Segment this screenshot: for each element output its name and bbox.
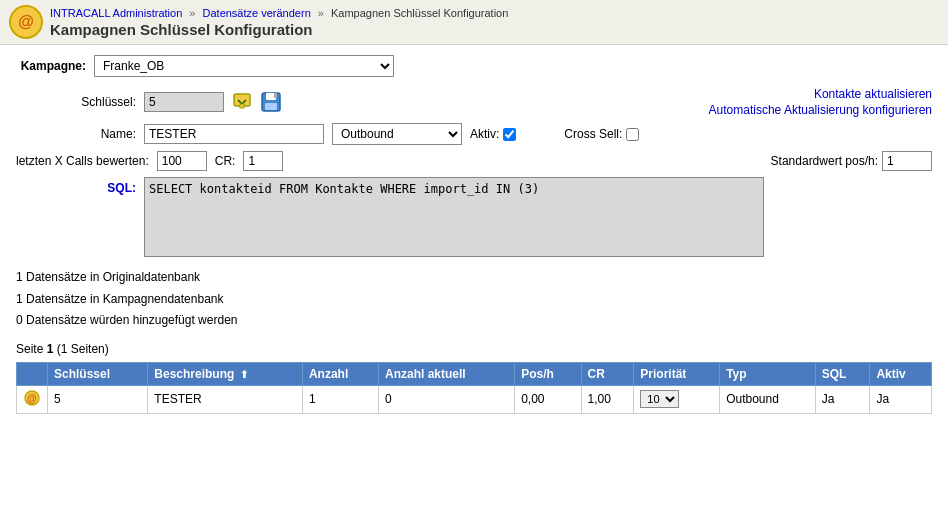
col-cr: CR <box>581 362 634 385</box>
calls-row: letzten X Calls bewerten: CR: Standardwe… <box>16 151 932 171</box>
sql-label: SQL: <box>16 177 136 195</box>
cross-sell-area: Cross Sell: <box>564 127 639 141</box>
stats-line3: 0 Datensätze würden hinzugefügt werden <box>16 310 932 332</box>
prioritaet-select[interactable]: 10 <box>640 390 679 408</box>
pagination-line: Seite 1 (1 Seiten) <box>16 342 932 356</box>
logo-icon: @ <box>8 4 44 40</box>
col-anzahl-aktuell: Anzahl aktuell <box>378 362 514 385</box>
name-input[interactable] <box>144 124 324 144</box>
cell-aktiv: Ja <box>870 385 932 413</box>
aktiv-label: Aktiv: <box>470 127 499 141</box>
standard-input[interactable] <box>882 151 932 171</box>
table-header-row: Schlüssel Beschreibung ⬆ Anzahl Anzahl a… <box>17 362 932 385</box>
cr-label: CR: <box>215 154 236 168</box>
svg-text:@: @ <box>27 393 37 404</box>
stats-line2: 1 Datensätze in Kampagnendatenbank <box>16 289 932 311</box>
schluessel-input[interactable] <box>144 92 224 112</box>
data-table: Schlüssel Beschreibung ⬆ Anzahl Anzahl a… <box>16 362 932 414</box>
main-content: Kampagne: Franke_OB Schlüssel: Ko <box>0 45 948 424</box>
col-schluessel: Schlüssel <box>48 362 148 385</box>
name-row: Name: Outbound Aktiv: Cross Sell: <box>16 123 932 145</box>
sql-textarea[interactable]: SELECT kontakteid FROM Kontakte WHERE im… <box>144 177 764 257</box>
letzten-input[interactable] <box>157 151 207 171</box>
schluessel-row: Schlüssel: Kontakte aktualisieren Automa… <box>16 87 932 117</box>
cell-pos-h: 0,00 <box>515 385 581 413</box>
breadcrumb-area: INTRACALL Administration » Datensätze ve… <box>50 7 508 38</box>
col-pos-h: Pos/h <box>515 362 581 385</box>
svg-rect-6 <box>265 103 277 110</box>
type-select[interactable]: Outbound <box>332 123 462 145</box>
cell-sql: Ja <box>815 385 870 413</box>
stats-line1: 1 Datensätze in Originaldatenbank <box>16 267 932 289</box>
cell-schluessel: 5 <box>48 385 148 413</box>
aktiv-checkbox[interactable] <box>503 128 516 141</box>
top-bar: @ INTRACALL Administration » Datensätze … <box>0 0 948 45</box>
stats-area: 1 Datensätze in Originaldatenbank 1 Date… <box>16 267 932 332</box>
standard-wert-area: Standardwert pos/h: <box>771 151 932 171</box>
save-icon[interactable] <box>260 91 282 113</box>
breadcrumb-link-datensaetze[interactable]: Datensätze verändern <box>203 7 311 19</box>
cell-prioritaet[interactable]: 10 <box>634 385 720 413</box>
name-label: Name: <box>16 127 136 141</box>
links-block: Kontakte aktualisieren Automatische Aktu… <box>709 87 932 117</box>
col-aktiv: Aktiv <box>870 362 932 385</box>
breadcrumb-link-admin[interactable]: INTRACALL Administration <box>50 7 182 19</box>
cr-input[interactable] <box>243 151 283 171</box>
cell-cr: 1,00 <box>581 385 634 413</box>
col-prioritaet: Priorität <box>634 362 720 385</box>
kampagne-label: Kampagne: <box>16 59 86 73</box>
pagination-label: Seite <box>16 342 43 356</box>
breadcrumb-sep2: » <box>318 7 324 19</box>
page-title: Kampagnen Schlüssel Konfiguration <box>50 21 508 38</box>
schluessel-label: Schlüssel: <box>16 95 136 109</box>
cell-anzahl: 1 <box>302 385 378 413</box>
standard-label: Standardwert pos/h: <box>771 154 878 168</box>
sql-row: SQL: SELECT kontakteid FROM Kontakte WHE… <box>16 177 932 257</box>
col-beschreibung: Beschreibung ⬆ <box>148 362 303 385</box>
aktiv-area: Aktiv: <box>470 127 516 141</box>
table-row: @ 5 TESTER 1 0 0,00 1,00 10 Outbound Ja … <box>17 385 932 413</box>
breadcrumb-sep1: » <box>189 7 195 19</box>
breadcrumb: INTRACALL Administration » Datensätze ve… <box>50 7 508 19</box>
breadcrumb-current: Kampagnen Schlüssel Konfiguration <box>331 7 508 19</box>
cell-beschreibung: TESTER <box>148 385 303 413</box>
cross-sell-checkbox[interactable] <box>626 128 639 141</box>
svg-rect-3 <box>240 104 244 108</box>
pagination-total-text: (1 Seiten) <box>57 342 109 356</box>
auto-aktualisierung-link[interactable]: Automatische Aktualisierung konfiguriere… <box>709 103 932 117</box>
sort-icon: ⬆ <box>240 369 248 380</box>
col-anzahl: Anzahl <box>302 362 378 385</box>
cross-sell-label: Cross Sell: <box>564 127 622 141</box>
cell-anzahl-aktuell: 0 <box>378 385 514 413</box>
edit-icon[interactable] <box>232 92 252 112</box>
pagination-current[interactable]: 1 <box>47 342 54 356</box>
col-sql: SQL <box>815 362 870 385</box>
svg-rect-7 <box>274 93 277 98</box>
col-typ: Typ <box>720 362 816 385</box>
row-edit-icon[interactable]: @ <box>17 385 48 413</box>
cell-typ: Outbound <box>720 385 816 413</box>
letzten-label: letzten X Calls bewerten: <box>16 154 149 168</box>
col-icon <box>17 362 48 385</box>
kontakte-link[interactable]: Kontakte aktualisieren <box>814 87 932 101</box>
svg-text:@: @ <box>18 13 34 30</box>
kampagne-select[interactable]: Franke_OB <box>94 55 394 77</box>
kampagne-row: Kampagne: Franke_OB <box>16 55 932 77</box>
